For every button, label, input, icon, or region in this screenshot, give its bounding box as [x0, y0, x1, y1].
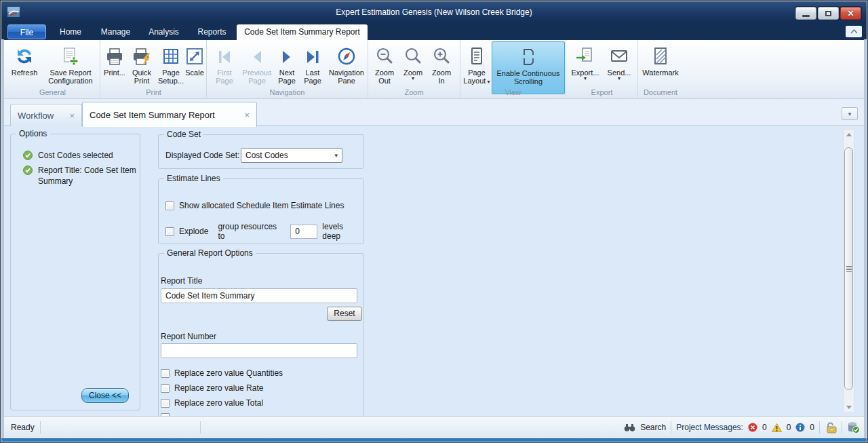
- enable-continuous-scrolling-button[interactable]: Enable Continuous Scrolling: [492, 41, 565, 94]
- close-tab-icon[interactable]: [244, 110, 250, 120]
- chevron-down-icon: [334, 152, 338, 159]
- replace-zero-rate-checkbox[interactable]: [161, 384, 170, 393]
- ribbon-group-document: Watermark Document: [638, 40, 683, 98]
- ribbon-group-label: Zoom: [368, 88, 460, 96]
- ribbon-button-label: Enable Continuous Scrolling: [492, 69, 564, 85]
- general-report-options-groupbox: General Report Options Report Title Rese…: [158, 253, 364, 416]
- close-icon: ✕: [847, 9, 854, 18]
- window-title: Expert Estimation Genesis (New Wilson Cr…: [1, 7, 867, 17]
- status-separator: [671, 421, 671, 434]
- estimate-lines-groupbox: Estimate Lines Show allocated Schedule I…: [158, 178, 364, 244]
- ribbon-button-label: Previous Page: [241, 69, 273, 85]
- replace-zero-total-row: Replace zero value Total: [161, 398, 263, 408]
- close-tab-icon[interactable]: [69, 111, 75, 121]
- print-button[interactable]: Print...: [102, 41, 127, 89]
- close-panel-button[interactable]: Close <<: [81, 388, 129, 403]
- reset-button[interactable]: Reset: [327, 307, 362, 321]
- ribbon-group-general: Refresh Save Report Configuration Genera…: [5, 40, 100, 98]
- continuous-scrolling-icon: [517, 43, 539, 68]
- ribbon-group-label: Navigation: [207, 88, 368, 96]
- watermark-button[interactable]: Watermark: [639, 41, 682, 89]
- first-page-button[interactable]: First Page: [210, 41, 239, 89]
- page-setup-button[interactable]: Page Setup...: [157, 41, 185, 89]
- last-page-button[interactable]: Last Page: [300, 41, 325, 89]
- scrollbar-grip-icon: [846, 266, 852, 272]
- maximize-button[interactable]: [818, 7, 839, 20]
- search-button[interactable]: Search: [640, 423, 666, 432]
- scrollbar-thumb[interactable]: [844, 147, 853, 390]
- scale-button[interactable]: Scale: [184, 41, 205, 89]
- ribbon-button-label: Navigation Pane: [326, 69, 367, 85]
- tab-code-set-item-summary-report[interactable]: Code Set Item Summary Report: [237, 24, 368, 40]
- report-title-input[interactable]: [161, 288, 357, 303]
- zoom-in-button[interactable]: Zoom In: [428, 41, 455, 89]
- zoom-button[interactable]: Zoom: [399, 41, 427, 89]
- previous-page-button[interactable]: Previous Page: [241, 41, 273, 89]
- checkbox-label: Explode: [179, 227, 208, 236]
- error-count: 0: [762, 423, 767, 432]
- ribbon-group-export: Export... Send... Export: [566, 40, 638, 98]
- close-button[interactable]: ✕: [840, 7, 861, 20]
- info-count: 0: [810, 423, 814, 432]
- export-button[interactable]: Export...: [569, 41, 601, 89]
- status-separator: [819, 421, 820, 434]
- doc-tab-label: Workflow: [18, 111, 54, 121]
- refresh-button[interactable]: Refresh: [8, 41, 41, 89]
- doc-tab-code-set-item-summary-report[interactable]: Code Set Item Summary Report: [82, 102, 257, 127]
- search-binoculars-icon: [624, 423, 635, 432]
- maximize-icon: [825, 11, 831, 16]
- replace-zero-quantities-checkbox[interactable]: [161, 369, 170, 378]
- tab-manage[interactable]: Manage: [94, 24, 137, 40]
- send-button[interactable]: Send...: [604, 41, 634, 89]
- ribbon-group-zoom: Zoom Out Zoom Zoom In Zoom: [368, 40, 460, 98]
- displayed-code-set-select[interactable]: Cost Codes: [241, 148, 342, 163]
- app-window: Expert Estimation Genesis (New Wilson Cr…: [0, 0, 868, 443]
- code-set-group-title: Code Set: [164, 130, 203, 139]
- doc-tab-workflow[interactable]: Workflow: [10, 104, 82, 126]
- vertical-scrollbar[interactable]: [843, 129, 854, 413]
- navigation-pane-button[interactable]: Navigation Pane: [326, 41, 367, 89]
- report-title-label: Report Title: [161, 276, 202, 286]
- database-status-icon[interactable]: [847, 421, 860, 434]
- checkbox-label: Replace zero value Quantities: [174, 368, 283, 378]
- levels-deep-input[interactable]: [290, 225, 317, 239]
- zoom-out-button[interactable]: Zoom Out: [371, 41, 398, 89]
- page-layout-button[interactable]: Page Layout: [462, 41, 492, 89]
- quick-print-button[interactable]: Quick Print: [128, 41, 155, 89]
- explode-checkbox[interactable]: [165, 227, 174, 236]
- refresh-icon: [14, 43, 35, 67]
- replace-zero-quantities-row: Replace zero value Quantities: [161, 368, 283, 378]
- general-report-options-group-title: General Report Options: [164, 248, 256, 258]
- ribbon-group-view: Page Layout Enable Continuous Scrolling …: [460, 40, 566, 98]
- app-icon[interactable]: [7, 7, 20, 20]
- report-options-content: Options Cost Codes selected Report Title…: [4, 126, 864, 416]
- window-border-left: [1, 39, 4, 438]
- window-border-bottom: [1, 438, 867, 442]
- next-page-button[interactable]: Next Page: [275, 41, 299, 89]
- next-page-icon: [276, 43, 298, 67]
- tab-analysis[interactable]: Analysis: [141, 24, 186, 40]
- warning-count: 0: [787, 423, 791, 432]
- tab-home[interactable]: Home: [50, 24, 91, 40]
- tab-file[interactable]: File: [7, 24, 46, 39]
- checkbox-label: Show allocated Schedule Item Estimate Li…: [179, 201, 344, 210]
- replace-zero-total-checkbox[interactable]: [161, 399, 170, 408]
- scroll-up-button[interactable]: [844, 130, 854, 140]
- triangle-down-icon: [846, 406, 852, 409]
- minimize-button[interactable]: [795, 7, 816, 20]
- save-report-configuration-button[interactable]: Save Report Configuration: [42, 41, 99, 89]
- show-allocated-checkbox[interactable]: [165, 201, 174, 210]
- options-groupbox: Options Cost Codes selected Report Title…: [10, 134, 140, 410]
- unlock-icon[interactable]: [825, 422, 837, 434]
- report-number-input[interactable]: [161, 343, 357, 358]
- ribbon-group-label: View: [460, 88, 566, 96]
- collapse-ribbon-button[interactable]: [846, 26, 862, 37]
- option-status-item: Report Title: Code Set Item Summary: [23, 165, 137, 187]
- ribbon-group-label: Document: [638, 88, 683, 96]
- status-separator: [40, 421, 41, 434]
- scroll-down-button[interactable]: [844, 402, 854, 412]
- status-separator: [200, 421, 201, 434]
- tab-list-dropdown-button[interactable]: [842, 107, 858, 120]
- combo-value: Cost Codes: [245, 151, 288, 160]
- tab-reports[interactable]: Reports: [190, 24, 234, 40]
